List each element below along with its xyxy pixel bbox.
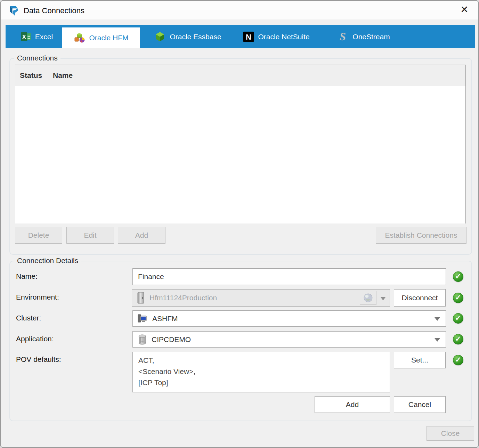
environment-value: Hfm11124Production — [149, 294, 217, 302]
cluster-value: ASHFM — [152, 315, 178, 323]
cluster-valid-check-icon — [453, 313, 463, 324]
name-label: Name: — [16, 272, 38, 280]
globe-icon — [363, 293, 373, 303]
environment-valid-check-icon — [453, 293, 463, 303]
cancel-button[interactable]: Cancel — [394, 396, 446, 413]
connections-table-header: Status Name — [15, 65, 465, 86]
pov-defaults-textarea[interactable]: ACT, <Scenario View>, [ICP Top] — [132, 352, 390, 392]
tab-oracle-netsuite[interactable]: N Oracle NetSuite — [233, 25, 320, 48]
close-button[interactable]: Close — [427, 426, 474, 441]
window-title: Data Connections — [24, 1, 84, 19]
connection-details-group: Connection Details Name: Environment: Hf… — [9, 261, 472, 421]
tab-onestream[interactable]: S OneStream — [327, 25, 400, 48]
svg-text:N: N — [246, 33, 251, 41]
server-icon — [137, 292, 145, 304]
edit-button[interactable]: Edit — [66, 227, 114, 244]
add-connection-button[interactable]: Add — [118, 227, 165, 244]
connections-table-body[interactable] — [15, 86, 465, 223]
cluster-label: Cluster: — [16, 314, 41, 322]
delete-button[interactable]: Delete — [15, 227, 62, 244]
cluster-dropdown-icon[interactable] — [435, 317, 440, 321]
tab-label: Excel — [35, 33, 53, 41]
application-dropdown-icon[interactable] — [435, 338, 440, 342]
application-value: CIPCDEMO — [152, 335, 191, 344]
connections-table[interactable]: Status Name — [15, 65, 466, 223]
tab-oracle-essbase[interactable]: Oracle Essbase — [146, 25, 229, 48]
excel-icon: X — [21, 31, 31, 42]
environment-dropdown-icon[interactable] — [380, 297, 386, 300]
tab-excel[interactable]: X Excel — [11, 25, 62, 48]
onestream-icon: S — [337, 31, 349, 42]
environment-globe-box — [360, 291, 376, 305]
application-valid-check-icon — [453, 334, 463, 344]
tab-label: Oracle NetSuite — [258, 33, 309, 41]
tab-oracle-hfm[interactable]: Oracle HFM — [62, 27, 140, 48]
close-icon[interactable]: ✕ — [458, 3, 471, 16]
set-pov-button[interactable]: Set... — [394, 352, 446, 368]
tab-label: OneStream — [352, 33, 390, 41]
column-header-status[interactable]: Status — [15, 65, 48, 86]
application-label: Application: — [16, 335, 54, 343]
oracle-netsuite-icon: N — [243, 31, 254, 42]
disconnect-button[interactable]: Disconnect — [394, 289, 446, 307]
connections-group: Connections Status Name Delete Edit Add … — [9, 58, 472, 255]
title-bar: Data Connections ✕ — [1, 1, 478, 19]
environment-label: Environment: — [16, 293, 59, 301]
pov-valid-check-icon — [453, 355, 463, 365]
cluster-combo[interactable]: ASHFM — [132, 310, 446, 327]
pov-defaults-label: POV defaults: — [16, 355, 61, 364]
environment-combo[interactable]: Hfm11124Production — [132, 289, 390, 307]
computer-icon — [137, 313, 148, 324]
oracle-essbase-icon — [154, 31, 166, 43]
svg-text:S: S — [340, 31, 346, 42]
establish-connections-button[interactable]: Establish Connections — [376, 227, 466, 244]
add-details-button[interactable]: Add — [315, 396, 390, 413]
name-input[interactable] — [132, 268, 446, 285]
tab-bar: X Excel Oracle HFM Oracle Essbase — [6, 25, 475, 48]
data-connections-dialog: Data Connections ✕ X Excel — [0, 0, 479, 448]
database-icon — [137, 334, 147, 345]
column-header-name[interactable]: Name — [48, 65, 465, 86]
tab-label: Oracle HFM — [89, 34, 128, 42]
app-logo-icon — [8, 5, 20, 17]
connection-details-legend: Connection Details — [14, 256, 81, 265]
application-combo[interactable]: CIPCDEMO — [132, 331, 446, 348]
tab-label: Oracle Essbase — [170, 33, 221, 41]
oracle-hfm-icon — [73, 32, 85, 44]
name-valid-check-icon — [453, 271, 463, 282]
svg-text:X: X — [22, 34, 26, 40]
connections-legend: Connections — [14, 54, 60, 62]
